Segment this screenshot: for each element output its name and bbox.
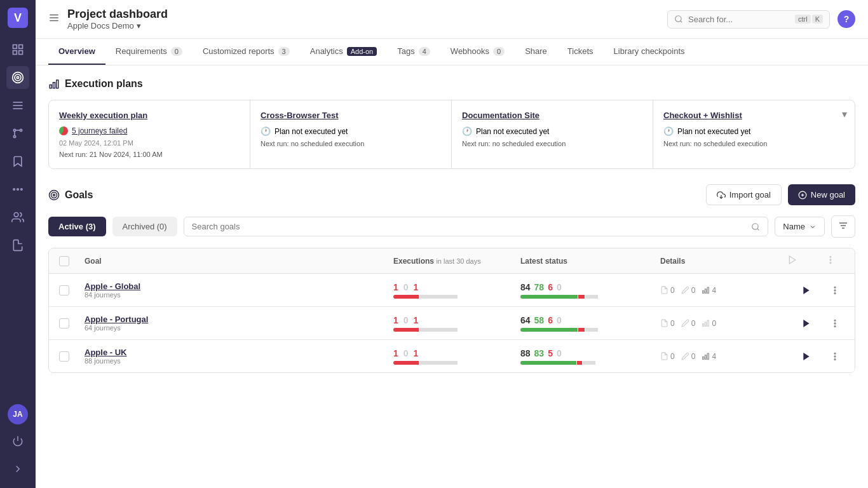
goal-info: Apple - Portugal 64 journeys bbox=[85, 315, 393, 332]
svg-point-41 bbox=[830, 256, 831, 257]
more-button[interactable] bbox=[830, 318, 840, 329]
plugin-icon[interactable] bbox=[6, 234, 29, 257]
detail-chart: 0 bbox=[702, 319, 716, 328]
more-button[interactable] bbox=[830, 285, 840, 295]
goal-name[interactable]: Apple - UK bbox=[85, 348, 393, 357]
clock-icon-2: 🕐 bbox=[462, 126, 472, 136]
project-subtitle[interactable]: Apple Docs Demo ▾ bbox=[67, 21, 667, 30]
import-goal-button[interactable]: Import goal bbox=[706, 184, 782, 205]
more-icon[interactable] bbox=[6, 178, 29, 201]
exec-num-green: 0 bbox=[403, 282, 409, 292]
tab-tags[interactable]: Tags 4 bbox=[387, 39, 440, 65]
tab-analytics[interactable]: Analytics Add-on bbox=[300, 39, 388, 65]
search-input[interactable] bbox=[688, 15, 790, 24]
row-checkbox[interactable] bbox=[59, 351, 69, 362]
tab-requirements[interactable]: Requirements 0 bbox=[105, 39, 193, 65]
collapse-button[interactable]: ▾ bbox=[842, 108, 847, 120]
svg-point-62 bbox=[834, 353, 836, 354]
tab-customized-reports[interactable]: Customized reports 3 bbox=[193, 39, 300, 65]
detail-notes: 0 bbox=[681, 286, 696, 295]
bar-red bbox=[393, 361, 419, 365]
plan-name-checkout[interactable]: Checkout + Wishlist bbox=[663, 111, 844, 120]
status-green: 58 bbox=[534, 315, 545, 325]
people-icon[interactable] bbox=[6, 206, 29, 229]
tab-tickets[interactable]: Tickets bbox=[557, 39, 604, 65]
header-run-col bbox=[787, 255, 825, 267]
expand-icon[interactable] bbox=[6, 458, 29, 480]
plan-name-weekly[interactable]: Weekly execution plan bbox=[59, 111, 240, 120]
play-button[interactable] bbox=[801, 318, 811, 329]
status-red: 6 bbox=[548, 315, 553, 325]
name-filter-dropdown[interactable]: Name bbox=[775, 217, 825, 236]
global-search[interactable]: ctrl K bbox=[667, 10, 830, 29]
k-key: K bbox=[812, 15, 823, 24]
goals-search-input[interactable] bbox=[192, 222, 747, 231]
header-checkbox-cell bbox=[59, 256, 85, 266]
home-icon[interactable] bbox=[6, 38, 29, 61]
plan-name-docs[interactable]: Documentation Site bbox=[462, 111, 642, 120]
app-logo[interactable]: V bbox=[8, 8, 28, 28]
row-checkbox[interactable] bbox=[59, 285, 69, 295]
table-row: Apple - Portugal 64 journeys 1 0 1 bbox=[49, 307, 855, 340]
status-gray: 0 bbox=[557, 315, 562, 325]
search-icon bbox=[674, 15, 683, 24]
more-button[interactable] bbox=[830, 351, 840, 362]
row-more-cell[interactable] bbox=[825, 318, 844, 329]
table-row: Apple - Global 84 journeys 1 0 1 bbox=[49, 274, 855, 307]
plan-status-checkout: 🕐 Plan not executed yet bbox=[663, 126, 844, 136]
play-button[interactable] bbox=[801, 351, 811, 362]
plan-name-crossbrowser[interactable]: Cross-Browser Test bbox=[261, 111, 441, 120]
status-bar-red bbox=[578, 295, 585, 299]
svg-point-12 bbox=[13, 129, 15, 131]
bookmark-icon[interactable] bbox=[6, 150, 29, 173]
sidebar: V JA bbox=[0, 0, 36, 488]
branch-icon[interactable] bbox=[6, 122, 29, 145]
exec-numbers: 1 0 1 bbox=[393, 315, 520, 325]
tab-library-checkpoints[interactable]: Library checkpoints bbox=[604, 39, 695, 65]
goals-tab-active[interactable]: Active (3) bbox=[48, 217, 106, 236]
svg-point-50 bbox=[834, 292, 836, 294]
details-cell: 0 0 0 bbox=[660, 319, 787, 328]
tab-overview[interactable]: Overview bbox=[48, 39, 105, 65]
row-play-cell[interactable] bbox=[787, 285, 825, 295]
target-icon[interactable] bbox=[6, 66, 29, 89]
row-more-cell[interactable] bbox=[825, 351, 844, 362]
svg-rect-45 bbox=[705, 289, 707, 294]
list-icon[interactable] bbox=[6, 94, 29, 117]
goal-name[interactable]: Apple - Global bbox=[85, 281, 393, 291]
tab-webhooks[interactable]: Webhooks 0 bbox=[440, 39, 515, 65]
avatar[interactable]: JA bbox=[8, 404, 28, 424]
svg-rect-52 bbox=[705, 322, 707, 327]
plan-status-link[interactable]: 5 journeys failed bbox=[72, 126, 127, 135]
requirements-badge: 0 bbox=[171, 47, 182, 56]
row-play-cell[interactable] bbox=[787, 351, 825, 362]
exec-num-red: 1 bbox=[393, 315, 398, 325]
plan-status-crossbrowser: 🕐 Plan not executed yet bbox=[261, 126, 441, 136]
goals-title: Goals bbox=[48, 189, 93, 201]
goals-tab-archived[interactable]: Archived (0) bbox=[112, 217, 177, 236]
svg-rect-0 bbox=[13, 45, 17, 49]
goal-journeys: 64 journeys bbox=[85, 324, 393, 332]
row-play-cell[interactable] bbox=[787, 318, 825, 329]
content-area: Execution plans ▾ Weekly execution plan … bbox=[36, 65, 868, 488]
exec-num-orange: 1 bbox=[414, 348, 419, 358]
power-icon[interactable] bbox=[6, 430, 29, 452]
tab-share[interactable]: Share bbox=[515, 39, 557, 65]
select-all-checkbox[interactable] bbox=[59, 256, 69, 266]
row-checkbox[interactable] bbox=[59, 318, 69, 329]
new-goal-button[interactable]: New goal bbox=[788, 184, 855, 205]
plan-next-run-2: Next run: no scheduled execution bbox=[261, 140, 441, 147]
row-more-cell[interactable] bbox=[825, 285, 844, 295]
help-button[interactable]: ? bbox=[837, 10, 855, 28]
goals-icon bbox=[48, 189, 60, 201]
status-bar-gray bbox=[585, 328, 598, 332]
goal-name[interactable]: Apple - Portugal bbox=[85, 315, 393, 324]
svg-point-17 bbox=[21, 189, 23, 191]
goals-search-box[interactable] bbox=[184, 217, 769, 236]
execution-plans-grid: ▾ Weekly execution plan 5 journeys faile… bbox=[48, 100, 855, 169]
play-button[interactable] bbox=[801, 285, 811, 295]
clock-icon-3: 🕐 bbox=[663, 126, 674, 136]
sort-button[interactable] bbox=[831, 215, 855, 238]
menu-button[interactable] bbox=[48, 12, 60, 27]
page-title: Project dashboard bbox=[67, 8, 667, 21]
